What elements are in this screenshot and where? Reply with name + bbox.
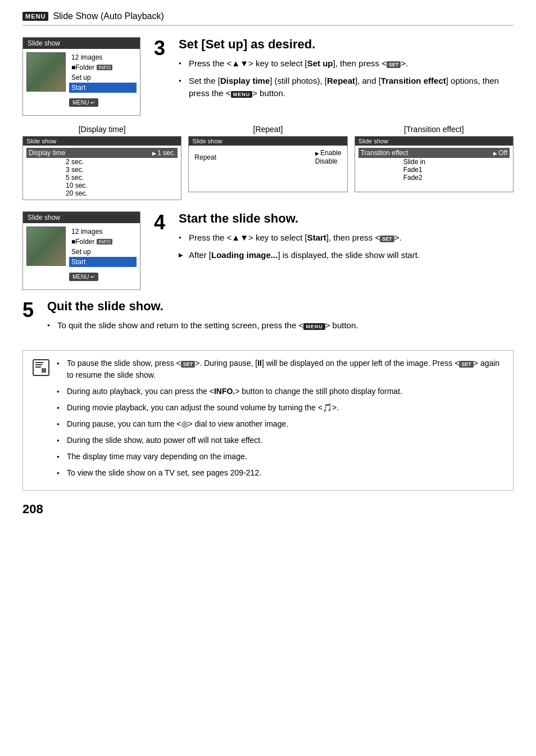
repeat-row: Repeat Enable Disable xyxy=(192,148,343,166)
images-count: 12 images xyxy=(69,52,137,62)
step5-number: 5 xyxy=(22,300,40,320)
dt-opt-5: 5 sec. xyxy=(66,174,178,182)
step4-body: Press the <▲▼> key to select [Start], th… xyxy=(179,232,420,261)
dt-opt-20: 20 sec. xyxy=(66,189,178,197)
step3-row: Slide show 12 images ■Folder INFO Set up… xyxy=(22,37,514,116)
transition-options: Off xyxy=(493,149,507,157)
step3-bullet-2: Set the [Display time] (still photos), [… xyxy=(179,75,514,100)
repeat-options: Enable Disable xyxy=(315,149,342,165)
transition-box-body: Transition effect Off Slide in Fade1 Fad… xyxy=(355,146,513,184)
note-5: During the slide show, auto power off wi… xyxy=(57,434,504,446)
slideshow-thumb-1 xyxy=(26,52,66,92)
step4-bullet-1: Press the <▲▼> key to select [Start], th… xyxy=(179,232,420,245)
repeat-label: [Repeat] xyxy=(188,125,347,134)
note-2: During auto playback, you can press the … xyxy=(57,386,504,397)
step4-bullet-2: After [Loading image...] is displayed, t… xyxy=(179,249,420,262)
display-time-label: [Display time] xyxy=(22,125,181,134)
step3-content: 3 Set [Set up] as desired. Press the <▲▼… xyxy=(154,37,514,105)
trans-off: Off xyxy=(493,149,507,157)
step4-row: Slide show 12 images ■Folder INFO Set up… xyxy=(22,211,514,290)
slideshow-menu-1-items: 12 images ■Folder INFO Set up Start MENU… xyxy=(69,52,137,107)
slideshow-box-1: Slide show 12 images ■Folder INFO Set up… xyxy=(22,37,140,116)
trans-fade1: Fade1 xyxy=(403,166,510,174)
start-item-1: Start xyxy=(69,83,137,93)
step4-number: 4 xyxy=(154,212,172,233)
sub-menus-row: [Display time] Slide show Display time 1… xyxy=(22,125,514,200)
display-time-val1: 1 sec. xyxy=(152,149,176,157)
setup-item-1: Set up xyxy=(69,73,137,83)
transition-box: Slide show Transition effect Off Slide i… xyxy=(355,136,514,192)
step3-title: Set [Set up] as desired. xyxy=(179,37,514,52)
repeat-enable: Enable xyxy=(315,149,342,157)
step3-number: 3 xyxy=(154,38,172,58)
transition-container: [Transition effect] Slide show Transitio… xyxy=(355,125,514,200)
menu-back-1: MENU ↵ xyxy=(69,98,98,107)
transition-other-options: Slide in Fade1 Fade2 xyxy=(358,158,510,182)
dt-opt-2: 2 sec. xyxy=(66,158,178,166)
note-6: The display time may vary depending on t… xyxy=(57,451,504,463)
display-time-options: 2 sec. 3 sec. 5 sec. 10 sec. 20 sec. xyxy=(26,158,178,197)
note-4: During pause, you can turn the <◎> dial … xyxy=(57,418,504,430)
display-time-key: Display time xyxy=(29,149,65,157)
slideshow-box-2-header: Slide show xyxy=(23,212,140,223)
transition-label: [Transition effect] xyxy=(355,125,514,134)
transition-row: Transition effect Off xyxy=(358,148,510,158)
display-time-box: Slide show Display time 1 sec. 2 sec. 3 … xyxy=(22,136,181,200)
display-time-box-body: Display time 1 sec. 2 sec. 3 sec. 5 sec.… xyxy=(23,146,181,200)
display-time-box-header: Slide show xyxy=(23,137,181,146)
page-title: Slide Show (Auto Playback) xyxy=(53,11,163,21)
page-number: 208 xyxy=(22,502,514,517)
note-7: To view the slide show on a TV set, see … xyxy=(57,467,504,479)
page-header: MENU Slide Show (Auto Playback) xyxy=(22,11,514,26)
repeat-key: Repeat xyxy=(194,153,216,161)
display-time-container: [Display time] Slide show Display time 1… xyxy=(22,125,181,200)
svg-rect-3 xyxy=(35,366,41,368)
step4-title: Start the slide show. xyxy=(179,211,420,226)
step5-bullet-1: To quit the slide show and return to the… xyxy=(47,319,358,332)
trans-slide-in: Slide in xyxy=(403,158,510,166)
slideshow-box-1-header: Slide show xyxy=(23,38,140,49)
start-item-2: Start xyxy=(69,257,137,267)
repeat-box-body: Repeat Enable Disable xyxy=(189,146,347,169)
step4-content: 4 Start the slide show. Press the <▲▼> k… xyxy=(154,211,514,266)
step3-bullet-1: Press the <▲▼> key to select [Set up], t… xyxy=(179,57,514,70)
repeat-box: Slide show Repeat Enable Disable xyxy=(188,136,347,192)
notes-section: To pause the slide show, press <SET>. Du… xyxy=(22,350,514,491)
menu-badge: MENU xyxy=(22,12,48,21)
info-badge-1: INFO xyxy=(97,65,112,70)
step3-body: Press the <▲▼> key to select [Set up], t… xyxy=(179,57,514,100)
slideshow-box-2-content: 12 images ■Folder INFO Set up Start MENU… xyxy=(23,223,140,284)
step5-row: 5 Quit the slide show. To quit the slide… xyxy=(22,299,514,337)
notes-list: To pause the slide show, press <SET>. Du… xyxy=(57,357,504,483)
step5-body: To quit the slide show and return to the… xyxy=(47,319,358,332)
svg-rect-1 xyxy=(35,362,43,363)
repeat-disable: Disable xyxy=(315,157,338,165)
dt-opt-3: 3 sec. xyxy=(66,166,178,174)
step5-title: Quit the slide show. xyxy=(47,299,358,314)
display-time-row: Display time 1 sec. xyxy=(26,148,178,158)
transition-key: Transition effect xyxy=(361,149,408,157)
info-badge-2: INFO xyxy=(97,239,112,245)
folder-item: ■Folder INFO xyxy=(69,62,137,73)
dt-opt-10: 10 sec. xyxy=(66,182,178,189)
slideshow-menu-2-items: 12 images ■Folder INFO Set up Start MENU… xyxy=(69,227,137,281)
setup-item-2: Set up xyxy=(69,247,137,257)
slideshow-thumb-2 xyxy=(26,227,66,266)
images-count-2: 12 images xyxy=(69,227,137,237)
note-3: During movie playback, you can adjust th… xyxy=(57,402,504,414)
notes-icon xyxy=(32,359,50,380)
menu-back-2: MENU ↵ xyxy=(69,273,98,281)
svg-rect-2 xyxy=(35,364,42,365)
note-1: To pause the slide show, press <SET>. Du… xyxy=(57,357,504,381)
repeat-box-header: Slide show xyxy=(189,137,347,146)
slideshow-box-1-content: 12 images ■Folder INFO Set up Start MENU… xyxy=(23,49,140,110)
repeat-container: [Repeat] Slide show Repeat Enable Disabl… xyxy=(188,125,347,200)
trans-fade2: Fade2 xyxy=(403,174,510,182)
transition-box-header: Slide show xyxy=(355,137,513,146)
slideshow-box-2: Slide show 12 images ■Folder INFO Set up… xyxy=(22,211,140,290)
folder-item-2: ■Folder INFO xyxy=(69,237,137,247)
